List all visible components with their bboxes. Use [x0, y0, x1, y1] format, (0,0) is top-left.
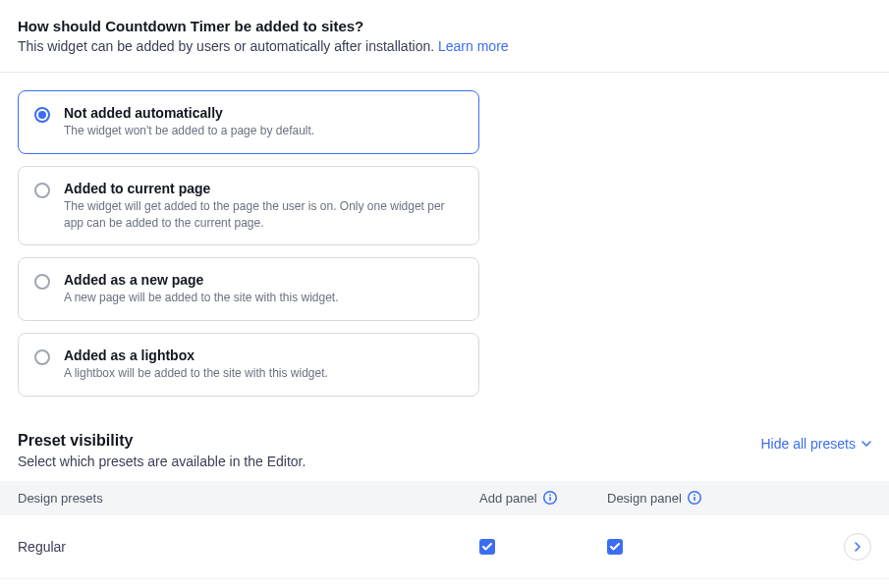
info-icon[interactable] — [543, 491, 557, 505]
preset-table-header: Design presets Add panel Design panel — [0, 481, 889, 515]
radio-icon — [34, 274, 50, 290]
row-expand-button[interactable] — [844, 533, 871, 561]
option-title: Not added automatically — [64, 105, 314, 121]
preset-subtitle: Select which presets are available in th… — [18, 454, 306, 469]
preset-title: Preset visibility — [18, 432, 306, 450]
add-method-header: How should Countdown Timer be added to s… — [0, 0, 889, 73]
col-add-panel: Add panel — [479, 491, 607, 506]
preset-header: Preset visibility Select which presets a… — [0, 414, 889, 481]
info-icon[interactable] — [688, 491, 701, 505]
option-desc: The widget won't be added to a page by d… — [64, 123, 314, 139]
radio-icon — [34, 349, 50, 365]
svg-rect-1 — [549, 497, 551, 501]
learn-more-link[interactable]: Learn more — [438, 38, 509, 54]
col-design-presets: Design presets — [18, 491, 479, 506]
add-panel-checkbox[interactable] — [479, 539, 495, 555]
svg-rect-4 — [694, 497, 695, 501]
option-desc: A new page will be added to the site wit… — [64, 290, 339, 306]
option-new-page[interactable]: Added as a new page A new page will be a… — [18, 257, 479, 321]
option-title: Added as a new page — [64, 272, 339, 288]
svg-rect-2 — [549, 495, 551, 497]
table-row: Regular — [0, 515, 889, 579]
preset-name: Regular — [18, 539, 479, 555]
hide-all-presets-link[interactable]: Hide all presets — [761, 436, 872, 452]
radio-icon — [34, 183, 50, 198]
add-method-options: Not added automatically The widget won't… — [0, 73, 889, 414]
option-title: Added to current page — [64, 181, 463, 196]
chevron-down-icon — [861, 441, 871, 447]
option-lightbox[interactable]: Added as a lightbox A lightbox will be a… — [18, 333, 479, 397]
section-title: How should Countdown Timer be added to s… — [18, 18, 871, 34]
col-design-panel: Design panel — [607, 491, 812, 506]
design-panel-checkbox[interactable] — [607, 539, 623, 555]
radio-icon — [34, 107, 50, 123]
option-desc: A lightbox will be added to the site wit… — [64, 365, 328, 382]
table-row: Large Digits — [0, 579, 889, 588]
option-title: Added as a lightbox — [64, 347, 328, 363]
option-desc: The widget will get added to the page th… — [64, 198, 463, 232]
option-not-added[interactable]: Not added automatically The widget won't… — [18, 90, 479, 154]
option-current-page[interactable]: Added to current page The widget will ge… — [18, 166, 479, 246]
section-subtitle: This widget can be added by users or aut… — [18, 38, 871, 54]
svg-rect-5 — [694, 495, 695, 497]
